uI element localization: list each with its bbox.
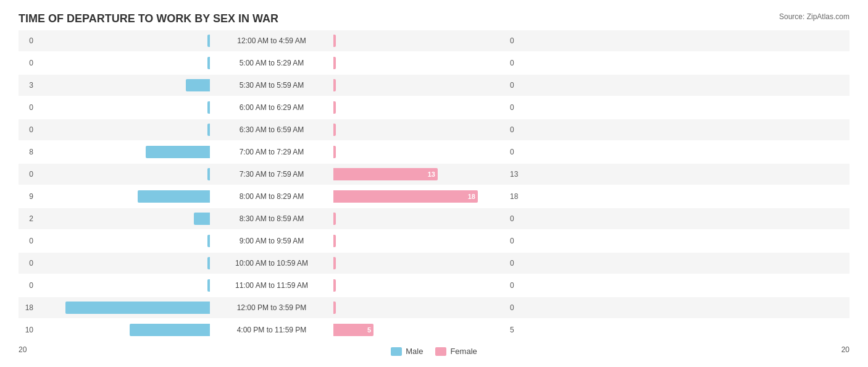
- left-bar-area: [37, 168, 210, 180]
- male-legend-box: [391, 347, 402, 356]
- left-bar-area: [37, 279, 210, 292]
- left-value: 0: [19, 170, 37, 179]
- female-bar: 5: [333, 324, 373, 336]
- right-bar-area: [333, 124, 506, 136]
- right-value: 0: [506, 259, 525, 268]
- left-bar-area: [37, 124, 210, 136]
- female-bar: [333, 35, 336, 47]
- female-bar: [333, 279, 336, 292]
- male-bar: [207, 257, 210, 269]
- left-value: 10: [19, 326, 37, 334]
- female-bar: [333, 57, 336, 69]
- right-bar-area: [333, 35, 506, 47]
- left-value: 0: [19, 125, 37, 134]
- legend: Male Female: [391, 347, 477, 356]
- time-label: 7:30 AM to 7:59 AM: [210, 170, 333, 179]
- right-bar-area: 5: [333, 324, 506, 336]
- left-value: 8: [19, 148, 37, 156]
- female-bar: [333, 101, 336, 114]
- female-bar: 18: [333, 190, 478, 203]
- left-bar-area: [37, 235, 210, 247]
- male-bar: [207, 168, 210, 180]
- table-row: 0 9:00 AM to 9:59 AM 0: [19, 230, 849, 251]
- male-bar: [146, 146, 210, 158]
- right-value: 0: [506, 281, 525, 290]
- female-bar: [333, 257, 336, 269]
- female-bar: [333, 235, 336, 247]
- female-bar: [333, 146, 336, 158]
- left-value: 18: [19, 303, 37, 312]
- male-bar: [207, 124, 210, 136]
- time-label: 6:30 AM to 6:59 AM: [210, 125, 333, 134]
- table-row: 0 5:00 AM to 5:29 AM 0: [19, 53, 849, 74]
- right-bar-area: [333, 146, 506, 158]
- time-label: 8:00 AM to 8:29 AM: [210, 192, 333, 201]
- right-value: 0: [506, 148, 525, 156]
- time-label: 6:00 AM to 6:29 AM: [210, 103, 333, 112]
- time-label: 8:30 AM to 8:59 AM: [210, 214, 333, 223]
- right-value: 0: [506, 59, 525, 67]
- axis-right-label: 20: [841, 345, 849, 354]
- rows-container: 0 12:00 AM to 4:59 AM 0 0 5:00 AM to 5:2…: [19, 30, 849, 340]
- time-label: 5:00 AM to 5:29 AM: [210, 59, 333, 67]
- left-value: 0: [19, 237, 37, 245]
- female-bar: 13: [333, 168, 438, 180]
- right-value: 13: [506, 170, 525, 179]
- left-bar-area: [37, 257, 210, 269]
- left-value: 3: [19, 81, 37, 90]
- table-row: 18 12:00 PM to 3:59 PM 0: [19, 297, 849, 318]
- male-bar: [207, 101, 210, 114]
- right-value: 0: [506, 303, 525, 312]
- time-label: 11:00 AM to 11:59 AM: [210, 281, 333, 290]
- left-bar-area: [37, 101, 210, 114]
- left-value: 0: [19, 59, 37, 67]
- left-value: 0: [19, 36, 37, 45]
- time-label: 10:00 AM to 10:59 AM: [210, 259, 333, 268]
- time-label: 5:30 AM to 5:59 AM: [210, 81, 333, 90]
- female-legend-label: Female: [450, 347, 477, 356]
- time-label: 4:00 PM to 11:59 PM: [210, 326, 333, 334]
- left-value: 0: [19, 103, 37, 112]
- axis-left-label: 20: [19, 345, 27, 354]
- chart-title: TIME OF DEPARTURE TO WORK BY SEX IN WAR: [19, 12, 849, 25]
- table-row: 3 5:30 AM to 5:59 AM 0: [19, 75, 849, 96]
- table-row: 0 6:30 AM to 6:59 AM 0: [19, 119, 849, 140]
- right-bar-area: [333, 279, 506, 292]
- male-bar: [194, 213, 210, 225]
- male-bar: [207, 35, 210, 47]
- right-value: 0: [506, 36, 525, 45]
- left-value: 0: [19, 259, 37, 268]
- male-bar: [130, 324, 210, 336]
- female-legend-box: [435, 347, 446, 356]
- time-label: 12:00 AM to 4:59 AM: [210, 36, 333, 45]
- left-value: 0: [19, 281, 37, 290]
- table-row: 0 10:00 AM to 10:59 AM 0: [19, 253, 849, 274]
- time-label: 12:00 PM to 3:59 PM: [210, 303, 333, 312]
- legend-female: Female: [435, 347, 477, 356]
- right-value: 0: [506, 81, 525, 90]
- right-value: 0: [506, 103, 525, 112]
- female-bar: [333, 302, 336, 314]
- left-bar-area: [37, 79, 210, 91]
- female-bar: [333, 124, 336, 136]
- table-row: 0 12:00 AM to 4:59 AM 0: [19, 30, 849, 51]
- time-label: 7:00 AM to 7:29 AM: [210, 148, 333, 156]
- chart-area: 0 12:00 AM to 4:59 AM 0 0 5:00 AM to 5:2…: [19, 30, 849, 317]
- left-bar-area: [37, 324, 210, 336]
- right-value: 18: [506, 192, 525, 201]
- right-bar-area: [333, 235, 506, 247]
- left-bar-area: [37, 57, 210, 69]
- table-row: 2 8:30 AM to 8:59 AM 0: [19, 208, 849, 229]
- left-bar-area: [37, 190, 210, 203]
- table-row: 0 11:00 AM to 11:59 AM 0: [19, 275, 849, 296]
- male-bar: [207, 57, 210, 69]
- right-bar-area: [333, 57, 506, 69]
- left-bar-area: [37, 35, 210, 47]
- right-value: 0: [506, 237, 525, 245]
- right-bar-area: [333, 302, 506, 314]
- left-bar-area: [37, 146, 210, 158]
- left-bar-area: [37, 302, 210, 314]
- source-text: Source: ZipAtlas.com: [779, 12, 849, 21]
- left-value: 9: [19, 192, 37, 201]
- chart-container: TIME OF DEPARTURE TO WORK BY SEX IN WAR …: [0, 0, 868, 367]
